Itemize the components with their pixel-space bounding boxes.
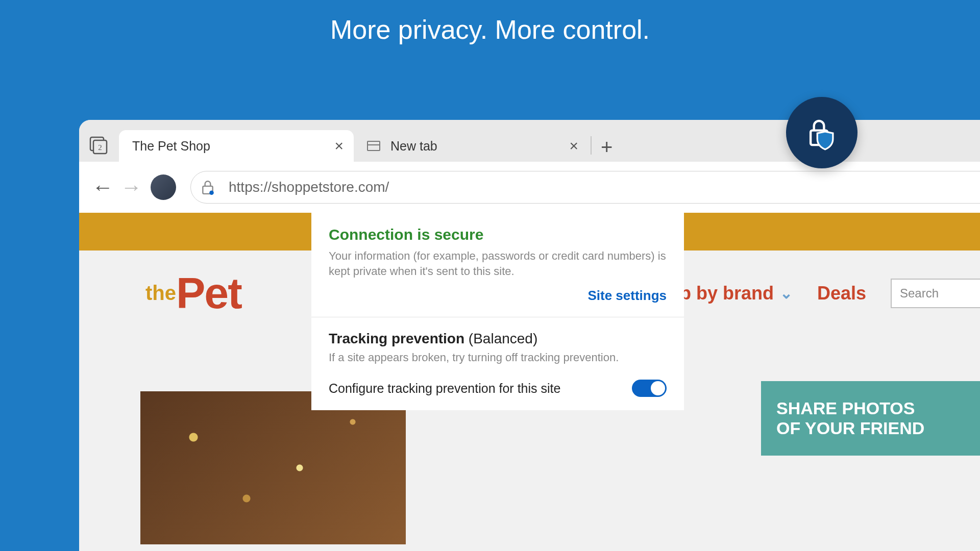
promo-line: SHARE PHOTOS <box>776 398 980 418</box>
tab-label: The Pet Shop <box>132 139 210 154</box>
tracking-prevention-title: Tracking prevention (Balanced) <box>329 331 667 347</box>
tab-pet-shop[interactable]: The Pet Shop × <box>119 130 354 162</box>
connection-secure-description: Your information (for example, passwords… <box>329 248 667 279</box>
lock-icon <box>201 180 214 195</box>
site-logo[interactable]: thePet <box>145 268 241 318</box>
site-identity-button[interactable] <box>201 180 216 195</box>
chevron-down-icon: ⌄ <box>780 284 793 302</box>
site-settings-link[interactable]: Site settings <box>329 288 667 304</box>
browser-window: 2 The Pet Shop × New tab × + ← → <box>79 120 980 551</box>
tab-close-button[interactable]: × <box>569 137 578 155</box>
back-button[interactable]: ← <box>88 175 117 199</box>
tab-close-button[interactable]: × <box>334 137 344 155</box>
logo-text-the: the <box>145 282 176 305</box>
privacy-badge <box>786 97 857 168</box>
site-hero-image <box>140 391 406 544</box>
site-search-input[interactable]: Search <box>891 279 980 308</box>
tab-new-tab[interactable]: New tab × <box>354 130 589 162</box>
tracking-config-label: Configure tracking prevention for this s… <box>329 380 560 397</box>
connection-secure-title: Connection is secure <box>329 226 667 243</box>
tabs-icon: 2 <box>89 136 108 155</box>
svg-text:2: 2 <box>98 143 102 152</box>
tracking-toggle[interactable] <box>632 380 667 397</box>
promo-line: OF YOUR FRIEND <box>776 418 980 438</box>
nav-deals[interactable]: Deals <box>817 283 866 304</box>
svg-point-5 <box>209 190 214 195</box>
address-bar[interactable]: https://shoppetstore.com/ <box>190 171 980 204</box>
address-url: https://shoppetstore.com/ <box>229 179 389 195</box>
promo-card[interactable]: SHARE PHOTOS OF YOUR FRIEND <box>761 381 980 456</box>
lock-shield-icon <box>804 115 840 151</box>
site-info-popup: Connection is secure Your information (f… <box>311 213 684 410</box>
profile-avatar[interactable] <box>151 174 176 200</box>
forward-button[interactable]: → <box>117 175 145 199</box>
tab-count-button[interactable]: 2 <box>88 135 109 156</box>
new-tab-button[interactable]: + <box>601 136 612 159</box>
toolbar: ← → https://shoppetstore.com/ <box>79 162 980 213</box>
tracking-prevention-subtitle: If a site appears broken, try turning of… <box>329 351 667 364</box>
tracking-mode: (Balanced) <box>469 331 537 346</box>
newtab-page-icon <box>367 141 380 151</box>
nav-label: Deals <box>817 283 866 304</box>
tab-label: New tab <box>390 139 437 154</box>
logo-text-pet: Pet <box>176 268 241 317</box>
tab-separator <box>591 136 592 155</box>
hero-title: More privacy. More control. <box>0 0 980 45</box>
search-placeholder: Search <box>900 286 939 300</box>
